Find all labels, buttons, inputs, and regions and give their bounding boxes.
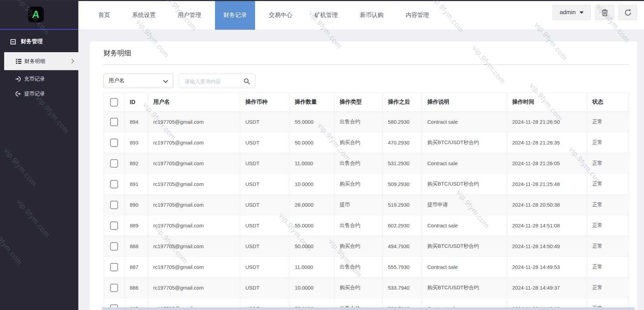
cell-id: 893 <box>125 132 148 153</box>
nav-tab-trade-center[interactable]: 交易中心 <box>261 0 301 30</box>
cell-type: 出售合约 <box>334 215 383 236</box>
trash-button[interactable] <box>595 5 614 20</box>
nav-tab-user-management[interactable]: 用户管理 <box>169 0 209 30</box>
table-row: 886rc197705@gmail.comUSDT10.0000购买合约533.… <box>104 278 629 298</box>
collapse-square-icon <box>10 39 16 45</box>
cell-after: 580.2930 <box>383 112 422 132</box>
cell-id: 886 <box>125 278 148 298</box>
cell-desc: Contract sale <box>422 153 507 174</box>
chevron-right-icon <box>69 59 74 64</box>
sidebar-item-finance-detail[interactable]: 财务明细 <box>4 52 78 70</box>
cell-status: 正常 <box>587 236 629 257</box>
sidebar-section-finance[interactable]: 财务管理 <box>0 30 78 51</box>
admin-user-button[interactable]: admin <box>553 5 591 20</box>
table-row: 893rc197705@gmail.comUSDT50.0000购买合约470.… <box>104 132 629 153</box>
cell-id: 892 <box>125 153 148 174</box>
nav-tab-finance-records[interactable]: 财务记录 <box>215 0 255 30</box>
row-checkbox[interactable] <box>110 180 118 188</box>
cell-desc: 购买BTC/USDT秒合约 <box>422 132 507 153</box>
sidebar-item-deposit-records[interactable]: 充币记录 <box>0 72 78 86</box>
chevron-down-icon <box>163 78 168 83</box>
col-header-status: 状态 <box>587 93 629 112</box>
col-header-coin: 操作币种 <box>240 93 290 112</box>
row-checkbox[interactable] <box>110 201 118 209</box>
top-navigation: 首页 系统设置 用户管理 财务记录 交易中心 矿机管理 新币认购 内容管理 ad… <box>78 0 644 30</box>
list-icon <box>16 59 21 64</box>
sidebar-item-withdraw-records[interactable]: 提币记录 <box>0 86 78 101</box>
cell-coin: USDT <box>240 257 290 278</box>
page-title: 财务明细 <box>104 48 131 58</box>
cell-username: rc197705@gmail.com <box>148 174 240 195</box>
col-header-time: 操作时间 <box>507 93 587 112</box>
cell-status: 正常 <box>587 153 629 174</box>
cell-amount: 10.0000 <box>290 278 334 298</box>
row-checkbox[interactable] <box>110 242 118 251</box>
cell-username: rc197705@gmail.com <box>148 112 240 132</box>
col-header-type: 操作类型 <box>334 93 383 112</box>
app-logo: A <box>28 7 44 22</box>
row-checkbox[interactable] <box>110 263 118 271</box>
sidebar-item-label: 提币记录 <box>24 91 45 97</box>
select-all-checkbox[interactable] <box>110 98 118 106</box>
caret-down-icon <box>579 11 584 14</box>
row-checkbox[interactable] <box>110 118 118 126</box>
cell-type: 提币 <box>334 195 383 215</box>
cell-type: 购买合约 <box>334 132 383 153</box>
cell-after: 494.7930 <box>383 236 422 257</box>
cell-type: 出售合约 <box>334 257 383 278</box>
cell-desc: 购买BTC/USDT秒合约 <box>422 236 507 257</box>
nav-tab-home[interactable]: 首页 <box>90 0 118 30</box>
cell-time: 2024-11-28 21:26:50 <box>507 112 587 132</box>
cell-status: 正常 <box>587 174 629 195</box>
nav-tabs: 首页 系统设置 用户管理 财务记录 交易中心 矿机管理 新币认购 内容管理 <box>90 0 437 30</box>
cell-amount: 28.0000 <box>290 195 334 215</box>
cell-status: 正常 <box>587 215 629 236</box>
top-border-line <box>0 0 644 1</box>
row-checkbox[interactable] <box>110 222 118 230</box>
nav-tab-new-coin-subscription[interactable]: 新币认购 <box>352 0 392 30</box>
topbar-actions: admin <box>553 5 637 20</box>
col-header-id: ID <box>125 93 148 112</box>
sign-in-icon <box>15 76 21 82</box>
table-row: 889rc197705@gmail.comUSDT55.0000出售合约602.… <box>104 215 629 236</box>
cell-time: 2024-11-28 20:50:38 <box>507 195 587 215</box>
row-checkbox[interactable] <box>110 159 118 168</box>
row-checkbox[interactable] <box>110 284 118 292</box>
cell-amount: 11.0000 <box>290 153 334 174</box>
cell-username: rc197705@gmail.com <box>148 132 240 153</box>
col-header-username: 用户名 <box>148 93 240 112</box>
row-checkbox[interactable] <box>110 139 118 147</box>
refresh-icon <box>624 9 632 16</box>
cell-username: rc197705@gmail.com <box>148 257 240 278</box>
search-input[interactable] <box>184 74 241 88</box>
cell-id: 889 <box>125 215 148 236</box>
cell-desc: 提币申请 <box>422 195 507 215</box>
cell-type: 购买合约 <box>334 236 383 257</box>
cell-type: 购买合约 <box>334 174 383 195</box>
admin-user-label: admin <box>560 9 576 16</box>
cell-username: rc197705@gmail.com <box>148 236 240 257</box>
cell-after: 602.2930 <box>383 215 422 236</box>
cell-coin: USDT <box>240 153 290 174</box>
sidebar-section-label: 财务管理 <box>21 38 43 45</box>
sign-out-icon <box>15 91 21 97</box>
nav-tab-miner-management[interactable]: 矿机管理 <box>306 0 346 30</box>
cell-amount: 55.0000 <box>290 215 334 236</box>
cell-desc: Contract sale <box>422 215 507 236</box>
horizontal-scrollbar[interactable] <box>102 307 635 310</box>
refresh-button[interactable] <box>618 5 637 20</box>
cell-type: 出售合约 <box>334 153 383 174</box>
nav-tab-content-management[interactable]: 内容管理 <box>397 0 437 30</box>
cell-type: 出售合约 <box>334 112 383 132</box>
cell-time: 2024-11-28 14:50:49 <box>507 236 587 257</box>
filter-field-value: 用户名 <box>109 77 124 84</box>
content-card: 财务明细 用户名 ID 用户名 操作币种 操作数量 操作类型 操作之后 操作说明 <box>90 41 637 310</box>
cell-status: 正常 <box>587 132 629 153</box>
cell-after: 533.7940 <box>383 278 422 298</box>
cell-after: 519.2930 <box>383 195 422 215</box>
cell-status: 正常 <box>587 112 629 132</box>
logo-a-glyph: A <box>32 9 40 20</box>
table-row: 892rc197705@gmail.comUSDT11.0000出售合约531.… <box>104 153 629 174</box>
nav-tab-system-settings[interactable]: 系统设置 <box>124 0 164 30</box>
filter-field-select[interactable]: 用户名 <box>104 74 173 88</box>
